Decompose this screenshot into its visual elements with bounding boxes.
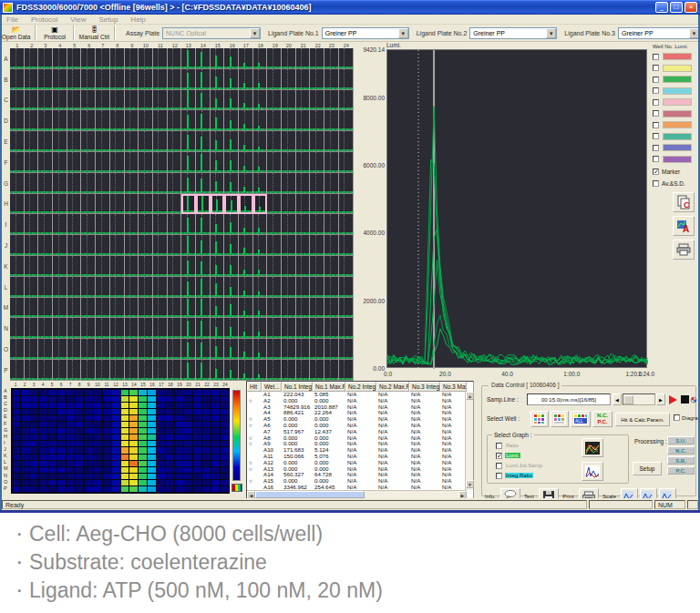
well-J10[interactable] [139,235,153,256]
well-I7[interactable] [96,214,110,235]
heatmap-well-D12[interactable] [112,409,120,414]
heatmap-well-L11[interactable] [103,461,111,466]
well-K13[interactable] [181,256,196,277]
well-E7[interactable] [96,131,110,152]
well-M11[interactable] [153,298,168,319]
well-J4[interactable] [53,235,67,256]
heatmap-well-A14[interactable] [129,390,138,395]
heatmap-well-G6[interactable] [57,428,66,434]
heatmap-well-C14[interactable] [129,403,138,408]
well-K19[interactable] [267,256,282,277]
heatmap-well-K4[interactable] [39,455,47,460]
well-B6[interactable] [81,69,96,90]
heatmap-well-J24[interactable] [221,447,229,453]
well-N21[interactable] [296,318,311,339]
well-P11[interactable] [153,360,168,381]
well-I9[interactable] [125,214,139,235]
well-P1[interactable] [10,360,25,381]
legend-checkbox-10[interactable] [653,156,659,162]
heatmap-well-I20[interactable] [184,441,192,446]
heatmap-well-G22[interactable] [202,428,211,434]
well-D16[interactable] [224,110,239,131]
heatmap-well-H4[interactable] [39,434,47,440]
heatmap-well-A24[interactable] [221,390,229,395]
heatmap-well-J3[interactable] [30,447,38,453]
well-C10[interactable] [139,90,153,111]
well-H15[interactable] [211,194,225,215]
well-E22[interactable] [310,131,324,152]
heatmap-well-G17[interactable] [157,428,165,434]
well-C1[interactable] [10,90,25,111]
well-H19[interactable] [267,194,282,215]
heatmap-well-B24[interactable] [221,396,229,402]
well-E9[interactable] [125,131,139,152]
legend-checkbox-9[interactable] [653,145,659,151]
heatmap-well-N18[interactable] [166,474,174,479]
well-B5[interactable] [67,69,82,90]
heatmap-well-C11[interactable] [103,403,111,408]
well-P22[interactable] [310,360,324,381]
heatmap-well-B20[interactable] [184,396,192,402]
heatmap-well-H22[interactable] [202,434,211,440]
well-M5[interactable] [67,298,82,319]
graph-style1-button[interactable] [582,438,603,457]
heatmap-well-K21[interactable] [193,455,201,460]
well-K2[interactable] [25,256,39,277]
well-O24[interactable] [339,339,354,360]
well-H18[interactable] [253,194,268,215]
heatmap-well-F3[interactable] [30,422,38,427]
well-I2[interactable] [25,214,39,235]
well-M21[interactable] [296,298,311,319]
heatmap-well-H17[interactable] [157,434,165,440]
well-K18[interactable] [253,256,268,277]
well-J20[interactable] [282,235,296,256]
well-G15[interactable] [211,173,225,194]
well-L10[interactable] [139,277,153,298]
well-O23[interactable] [324,339,339,360]
heatmap-well-N10[interactable] [94,474,102,479]
well-N15[interactable] [211,318,225,339]
heatmap-well-G20[interactable] [184,428,192,434]
heatmap-well-C10[interactable] [94,403,102,408]
legend-checkbox-7[interactable] [653,122,659,128]
well-H5[interactable] [67,194,82,215]
heatmap-well-E12[interactable] [112,415,120,421]
well-L14[interactable] [196,277,211,298]
well-P24[interactable] [339,360,354,381]
heatmap-well-D5[interactable] [48,409,57,414]
heatmap-well-P13[interactable] [121,486,129,492]
table-header-hit[interactable]: Hit [247,382,262,392]
well-A3[interactable] [38,48,53,69]
well-O5[interactable] [67,339,82,360]
well-E2[interactable] [25,131,39,152]
well-B17[interactable] [239,69,253,90]
heatmap-well-A8[interactable] [76,390,84,395]
well-I18[interactable] [253,214,268,235]
heatmap-well-K3[interactable] [30,455,38,460]
heatmap-well-P6[interactable] [57,486,66,492]
heatmap-well-K14[interactable] [129,455,138,460]
well-H14[interactable] [196,194,211,215]
well-J23[interactable] [324,235,339,256]
heatmap-well-E19[interactable] [175,415,183,421]
heatmap-well-I15[interactable] [139,441,147,446]
well-M23[interactable] [324,298,339,319]
well-L17[interactable] [239,277,253,298]
heatmap-well-D23[interactable] [211,409,220,414]
heatmap-well-O21[interactable] [193,480,201,485]
scroll-down-icon[interactable]: ▼ [466,480,474,488]
heatmap-well-P8[interactable] [76,486,84,492]
heatmap-well-B14[interactable] [129,396,138,402]
heatmap-well-D15[interactable] [139,409,147,414]
well-K6[interactable] [81,256,96,277]
heatmap-well-A7[interactable] [67,390,75,395]
heatmap-well-C22[interactable] [202,403,211,408]
select-well-row-button[interactable] [551,411,569,427]
heatmap-well-B3[interactable] [30,396,38,402]
well-D5[interactable] [67,110,82,131]
graph-option-checkbox[interactable]: ✓ [496,453,502,459]
well-C24[interactable] [339,90,354,111]
table-header-no-2-integ-[interactable]: No.2 Integ... [345,382,376,392]
heatmap-well-I10[interactable] [94,441,102,446]
heatmap-well-I13[interactable] [121,441,129,446]
